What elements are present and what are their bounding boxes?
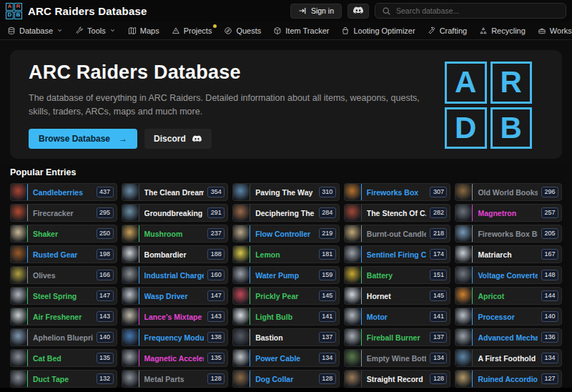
deciphering-the-icon — [232, 204, 250, 222]
nav-item-crafting[interactable]: Crafting — [428, 26, 468, 35]
nav-item-tools[interactable]: Tools — [75, 26, 116, 35]
nav-item-workshop[interactable]: Workshop — [538, 26, 572, 35]
popular-grid: Candleberries437The Clean Dream354Paving… — [10, 183, 562, 388]
discord-button[interactable]: Discord — [144, 129, 212, 149]
list-item-fireworks-box[interactable]: Fireworks Box307 — [344, 183, 451, 201]
dog-collar-icon — [232, 370, 250, 388]
list-item-olives[interactable]: Olives166 — [10, 266, 117, 284]
sign-in-label: Sign in — [311, 6, 334, 15]
item-count-badge: 148 — [541, 270, 558, 280]
list-item-candleberries[interactable]: Candleberries437 — [10, 183, 117, 201]
list-item-mushroom[interactable]: Mushroom237 — [122, 225, 229, 242]
item-name: Deciphering The ... — [255, 209, 315, 217]
list-item-power-cable[interactable]: Power Cable134 — [232, 349, 340, 367]
list-item-prickly-pear[interactable]: Prickly Pear145 — [232, 287, 340, 305]
empty-wine-bottle-icon — [344, 349, 362, 367]
list-item-industrial-charger[interactable]: Industrial Charger160 — [122, 266, 229, 284]
list-item-lance-s-mixtape[interactable]: Lance's Mixtape ...143 — [122, 308, 229, 325]
list-item-old-world-books[interactable]: Old World Books296 — [455, 183, 562, 201]
list-item-light-bulb[interactable]: Light Bulb141 — [232, 308, 340, 325]
list-item-burnt-out-candles[interactable]: Burnt-out Candles218 — [344, 225, 451, 242]
list-item-sentinel-firing-c[interactable]: Sentinel Firing C...174 — [344, 245, 451, 263]
item-name: Industrial Charger — [144, 271, 204, 280]
hero-section: ARC Raiders Database The database of eve… — [0, 40, 572, 165]
list-item-voltage-converter[interactable]: Voltage Converter148 — [455, 266, 562, 284]
sign-in-button[interactable]: Sign in — [290, 4, 342, 19]
site-logo[interactable]: ARDB — [6, 3, 22, 19]
item-count-badge: 141 — [319, 311, 336, 322]
item-name: Paving The Way — [255, 188, 315, 197]
list-item-motor[interactable]: Motor141 — [344, 308, 451, 325]
list-item-magnetic-acceler[interactable]: Magnetic Acceler...135 — [122, 349, 229, 367]
item-count-badge: 147 — [207, 290, 225, 301]
browse-database-button[interactable]: Browse Database → — [29, 129, 137, 149]
the-clean-dream-icon — [122, 183, 139, 201]
nav-item-looting-optimizer[interactable]: Looting Optimizer — [341, 26, 415, 35]
item-name: Aphelion Blueprint — [33, 333, 93, 342]
list-item-flow-controller[interactable]: Flow Controller219 — [232, 225, 340, 242]
list-item-cat-bed[interactable]: Cat Bed135 — [10, 349, 117, 367]
list-item-bombardier[interactable]: Bombardier188 — [122, 245, 229, 263]
nav-item-label: Tools — [87, 26, 106, 35]
list-item-apricot[interactable]: Apricot144 — [455, 287, 562, 305]
nav-item-recycling[interactable]: Recycling — [479, 26, 526, 35]
list-item-advanced-mecha[interactable]: Advanced Mecha...136 — [455, 328, 562, 346]
list-item-steel-spring[interactable]: Steel Spring147 — [10, 287, 117, 305]
nav-item-projects[interactable]: Projects — [172, 26, 212, 35]
list-item-a-first-foothold[interactable]: A First Foothold134 — [455, 349, 562, 367]
item-name: Light Bulb — [255, 313, 315, 321]
list-item-hornet[interactable]: Hornet145 — [344, 287, 451, 305]
item-count-badge: 135 — [207, 353, 225, 363]
fireworks-box-blueprint-icon — [455, 225, 473, 242]
list-item-bastion[interactable]: Bastion137 — [232, 328, 340, 346]
list-item-magnetron[interactable]: Magnetron257 — [455, 204, 562, 222]
power-cable-icon — [232, 349, 250, 367]
item-count-badge: 205 — [541, 228, 558, 239]
list-item-wasp-driver[interactable]: Wasp Driver147 — [122, 287, 229, 305]
discord-icon-button[interactable] — [347, 4, 369, 19]
list-item-the-stench-of-c[interactable]: The Stench Of C...282 — [344, 204, 451, 222]
bombardier-icon — [122, 245, 139, 263]
item-name: Groundbreaking — [144, 209, 204, 217]
search-input[interactable] — [396, 6, 559, 15]
list-item-aphelion-blueprint[interactable]: Aphelion Blueprint140 — [10, 328, 117, 346]
list-item-empty-wine-bottle[interactable]: Empty Wine Bottle134 — [344, 349, 451, 367]
list-item-paving-the-way[interactable]: Paving The Way310 — [232, 183, 340, 201]
list-item-water-pump[interactable]: Water Pump159 — [232, 266, 340, 284]
list-item-groundbreaking[interactable]: Groundbreaking291 — [122, 204, 229, 222]
list-item-lemon[interactable]: Lemon181 — [232, 245, 340, 263]
frequency-modulator-icon — [122, 328, 139, 346]
nav-item-quests[interactable]: Quests — [224, 26, 261, 35]
list-item-deciphering-the[interactable]: Deciphering The ...284 — [232, 204, 340, 222]
item-count-badge: 218 — [430, 228, 447, 239]
list-item-fireworks-box-bl[interactable]: Fireworks Box Bl...205 — [455, 225, 562, 242]
item-name: Burnt-out Candles — [367, 230, 427, 238]
search-box[interactable] — [375, 3, 566, 19]
item-name: Olives — [33, 271, 93, 280]
list-item-air-freshener[interactable]: Air Freshener143 — [10, 308, 117, 325]
item-count-badge: 437 — [97, 187, 114, 197]
list-item-matriarch[interactable]: Matriarch167 — [455, 245, 562, 263]
list-item-metal-parts[interactable]: Metal Parts128 — [122, 370, 229, 388]
list-item-ruined-accordion[interactable]: Ruined Accordion127 — [455, 370, 562, 388]
nav-item-maps[interactable]: Maps — [128, 26, 159, 35]
nav-item-database[interactable]: Database — [7, 26, 63, 35]
list-item-processor[interactable]: Processor140 — [455, 308, 562, 325]
list-item-the-clean-dream[interactable]: The Clean Dream354 — [122, 183, 229, 201]
list-item-battery[interactable]: Battery151 — [344, 266, 451, 284]
list-item-duct-tape[interactable]: Duct Tape132 — [10, 370, 117, 388]
list-item-firecracker[interactable]: Firecracker295 — [10, 204, 117, 222]
item-name: A First Foothold — [478, 354, 538, 363]
item-count-badge: 145 — [319, 290, 336, 301]
item-name: Old World Books — [478, 188, 538, 197]
workshop-icon — [538, 26, 546, 35]
metal-parts-icon — [122, 370, 139, 388]
list-item-fireball-burner[interactable]: Fireball Burner137 — [344, 328, 451, 346]
list-item-frequency-modu[interactable]: Frequency Modu...138 — [122, 328, 229, 346]
list-item-straight-record[interactable]: Straight Record128 — [344, 370, 451, 388]
item-name: Fireworks Box — [367, 188, 427, 197]
list-item-rusted-gear[interactable]: Rusted Gear198 — [10, 245, 117, 263]
list-item-dog-collar[interactable]: Dog Collar128 — [232, 370, 340, 388]
list-item-shaker[interactable]: Shaker250 — [10, 225, 117, 242]
nav-item-item-tracker[interactable]: Item Tracker — [273, 26, 329, 35]
